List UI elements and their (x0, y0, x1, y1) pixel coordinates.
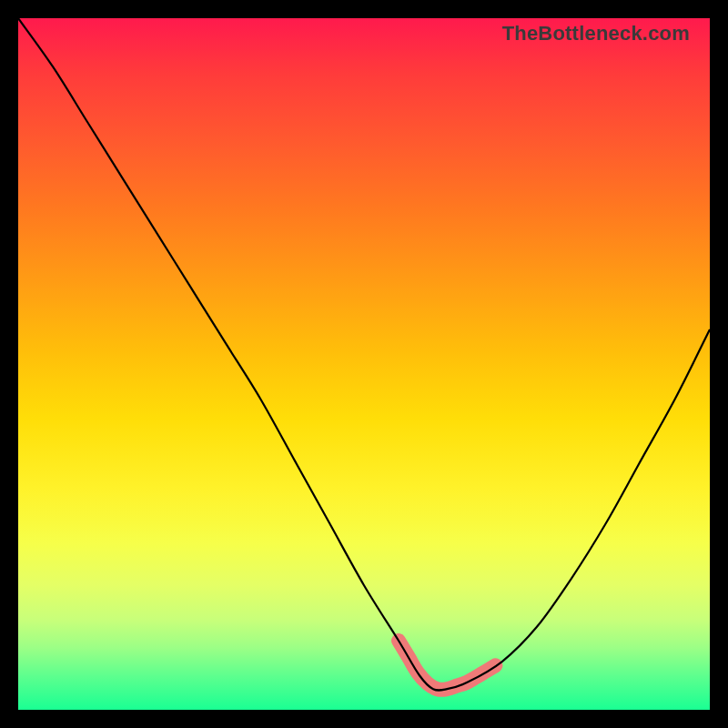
chart-frame: TheBottleneck.com (0, 0, 728, 728)
bottleneck-curve-line (18, 18, 710, 691)
chart-plot-area: TheBottleneck.com (18, 18, 710, 710)
chart-svg (18, 18, 710, 710)
